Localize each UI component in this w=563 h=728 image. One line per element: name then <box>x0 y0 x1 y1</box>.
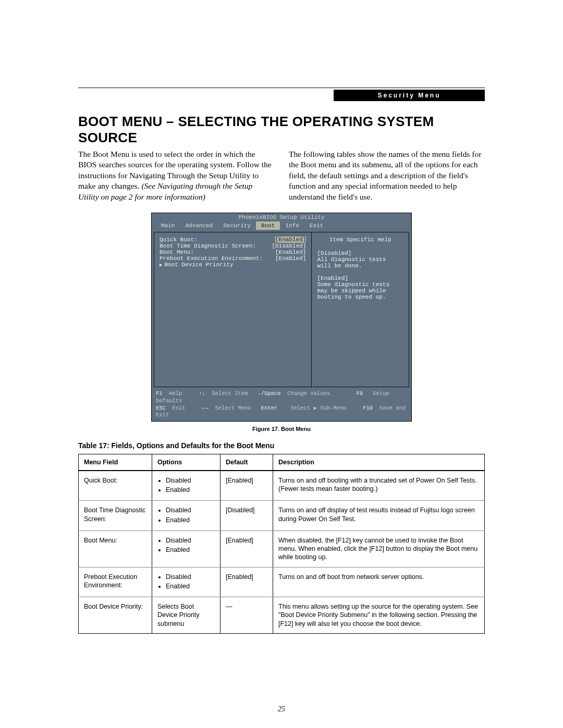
cell-default: [Enabled] <box>221 471 273 501</box>
bios-row-label: Boot Device Priority <box>160 262 306 268</box>
cell-default: — <box>221 597 273 634</box>
bios-help-title: Item Specific Help <box>317 237 403 243</box>
cell-description: Turns on and off display of test results… <box>273 501 485 531</box>
bios-left-pane: Quick Boot:[Enabled]Boot Time Diagnostic… <box>154 232 312 387</box>
th-options: Options <box>152 454 221 471</box>
bios-row-value: [Disabled] <box>272 243 306 249</box>
bios-tab-advanced: Advanced <box>180 221 218 230</box>
bios-row-value: [Enabled] <box>275 237 306 243</box>
bios-row: Boot Time Diagnostic Screen:[Disabled] <box>160 243 306 249</box>
bios-row-label: Boot Time Diagnostic Screen: <box>160 243 272 249</box>
cell-default: [Enabled] <box>221 567 273 597</box>
intro-right: The following tables show the names of t… <box>289 149 485 202</box>
bios-tab-boot: Boot <box>256 221 280 230</box>
table-caption: Table 17: Fields, Options and Defaults f… <box>78 441 485 450</box>
intro-columns: The Boot Menu is used to select the orde… <box>78 149 485 202</box>
bios-screenshot: PhoenixBIOS Setup Utility MainAdvancedSe… <box>151 213 412 422</box>
bios-row-value: [Enabled] <box>275 249 306 255</box>
bios-row: Boot Device Priority <box>160 262 306 268</box>
table-row: Preboot Execution Environment:DisabledEn… <box>79 567 485 597</box>
document-page: Security Menu Boot Menu – Selecting the … <box>0 0 563 728</box>
bios-row: Quick Boot:[Enabled] <box>160 237 306 243</box>
bios-tab-main: Main <box>156 221 180 230</box>
page-number: 25 <box>0 705 563 713</box>
cell-field: Boot Menu: <box>79 530 152 567</box>
bios-row-label: Preboot Execution Environment: <box>160 255 275 262</box>
bios-row-label: Boot Menu: <box>160 249 275 255</box>
fields-table: Menu Field Options Default Description Q… <box>78 454 485 634</box>
cell-options: DisabledEnabled <box>152 567 221 597</box>
cell-field: Boot Time Diagnostic Screen: <box>79 501 152 531</box>
cell-default: [Enabled] <box>221 530 273 567</box>
header-rule <box>78 88 485 88</box>
bios-tab-security: Security <box>218 221 256 230</box>
bios-footer: F1 Help ↑↓ Select Item -/Space Change Va… <box>152 389 411 421</box>
cell-default: [Disabled] <box>221 501 273 531</box>
section-badge: Security Menu <box>334 90 485 101</box>
bios-tabs: MainAdvancedSecurityBootInfoExit <box>152 221 411 232</box>
bios-title: PhoenixBIOS Setup Utility <box>152 213 411 221</box>
bios-tab-info: Info <box>280 221 304 230</box>
cell-description: Turns on and off boot from network serve… <box>273 567 485 597</box>
table-header-row: Menu Field Options Default Description <box>79 454 485 471</box>
th-field: Menu Field <box>79 454 152 471</box>
cell-field: Quick Boot: <box>79 471 152 501</box>
cell-description: Turns on and off booting with a truncate… <box>273 471 485 501</box>
cell-options: Selects Boot Device Priority submenu <box>152 597 221 634</box>
page-title: Boot Menu – Selecting the Operating Syst… <box>78 114 485 146</box>
table-row: Boot Time Diagnostic Screen:DisabledEnab… <box>79 501 485 531</box>
table-row: Boot Device Priority:Selects Boot Device… <box>79 597 485 634</box>
th-desc: Description <box>273 454 485 471</box>
bios-row-value: [Enabled] <box>275 255 306 262</box>
bios-row: Preboot Execution Environment:[Enabled] <box>160 255 306 262</box>
th-default: Default <box>221 454 273 471</box>
intro-left: The Boot Menu is used to select the orde… <box>78 149 274 202</box>
cell-description: When disabled, the [F12] key cannot be u… <box>273 530 485 567</box>
figure-caption: Figure 17. Boot Menu <box>78 426 485 432</box>
cell-options: DisabledEnabled <box>152 471 221 501</box>
cell-options: DisabledEnabled <box>152 501 221 531</box>
cell-field: Preboot Execution Environment: <box>79 567 152 597</box>
cell-field: Boot Device Priority: <box>79 597 152 634</box>
cell-options: DisabledEnabled <box>152 530 221 567</box>
bios-help-body: [Disabled] All diagnostic tests will be … <box>317 250 403 300</box>
bios-row: Boot Menu:[Enabled] <box>160 249 306 255</box>
cell-description: This menu allows setting up the source f… <box>273 597 485 634</box>
table-row: Boot Menu:DisabledEnabled[Enabled]When d… <box>79 530 485 567</box>
bios-help-pane: Item Specific Help [Disabled] All diagno… <box>312 232 409 387</box>
table-row: Quick Boot:DisabledEnabled[Enabled]Turns… <box>79 471 485 501</box>
bios-tab-exit: Exit <box>304 221 328 230</box>
bios-row-label: Quick Boot: <box>160 237 275 243</box>
